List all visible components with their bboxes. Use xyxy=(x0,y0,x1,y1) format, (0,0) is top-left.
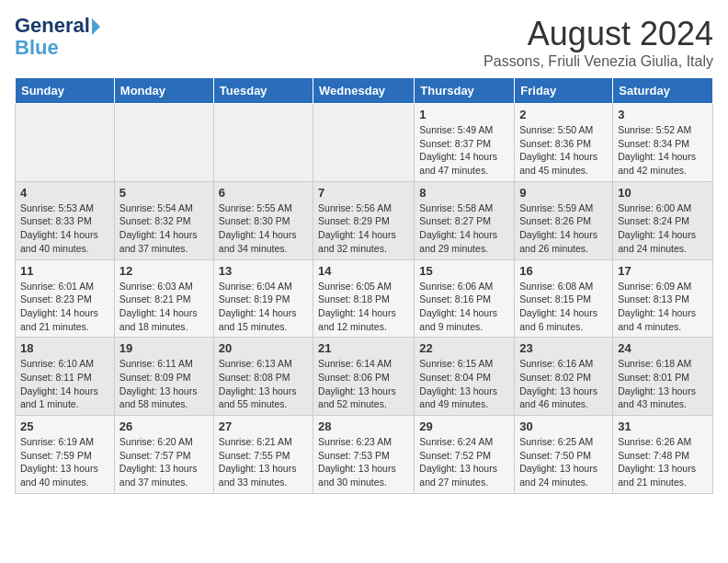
calendar-day-cell: 9Sunrise: 5:59 AM Sunset: 8:26 PM Daylig… xyxy=(515,181,613,259)
page-header: General Blue August 2024 Passons, Friuli… xyxy=(15,15,713,70)
day-number: 26 xyxy=(119,419,209,433)
day-info: Sunrise: 6:13 AM Sunset: 8:08 PM Dayligh… xyxy=(219,357,308,411)
calendar-table: SundayMondayTuesdayWednesdayThursdayFrid… xyxy=(15,77,713,494)
day-info: Sunrise: 5:59 AM Sunset: 8:26 PM Dayligh… xyxy=(519,201,608,256)
day-of-week-header: Friday xyxy=(515,78,613,104)
calendar-day-cell: 25Sunrise: 6:19 AM Sunset: 7:59 PM Dayli… xyxy=(16,416,115,494)
day-info: Sunrise: 6:01 AM Sunset: 8:23 PM Dayligh… xyxy=(20,280,109,334)
day-number: 30 xyxy=(519,419,608,433)
day-number: 13 xyxy=(219,264,308,278)
logo-text: General Blue xyxy=(15,15,100,59)
calendar-day-cell: 10Sunrise: 6:00 AM Sunset: 8:24 PM Dayli… xyxy=(613,181,713,259)
calendar-day-cell: 16Sunrise: 6:08 AM Sunset: 8:15 PM Dayli… xyxy=(515,259,613,338)
calendar-day-cell: 2Sunrise: 5:50 AM Sunset: 8:36 PM Daylig… xyxy=(515,104,613,182)
day-number: 17 xyxy=(618,264,708,278)
day-info: Sunrise: 6:24 AM Sunset: 7:52 PM Dayligh… xyxy=(419,435,509,489)
calendar-day-cell: 14Sunrise: 6:05 AM Sunset: 8:18 PM Dayli… xyxy=(313,259,415,338)
calendar-week-row: 18Sunrise: 6:10 AM Sunset: 8:11 PM Dayli… xyxy=(16,338,713,416)
calendar-body: 1Sunrise: 5:49 AM Sunset: 8:37 PM Daylig… xyxy=(16,104,713,494)
calendar-day-cell: 3Sunrise: 5:52 AM Sunset: 8:34 PM Daylig… xyxy=(613,104,713,182)
day-info: Sunrise: 5:50 AM Sunset: 8:36 PM Dayligh… xyxy=(519,123,608,178)
day-info: Sunrise: 6:19 AM Sunset: 7:59 PM Dayligh… xyxy=(20,435,109,489)
calendar-day-cell: 23Sunrise: 6:16 AM Sunset: 8:02 PM Dayli… xyxy=(515,338,613,416)
day-info: Sunrise: 6:08 AM Sunset: 8:15 PM Dayligh… xyxy=(519,280,608,334)
calendar-day-cell: 22Sunrise: 6:15 AM Sunset: 8:04 PM Dayli… xyxy=(415,338,515,416)
day-of-week-header: Sunday xyxy=(16,78,115,104)
day-number: 5 xyxy=(119,186,209,200)
day-info: Sunrise: 6:23 AM Sunset: 7:53 PM Dayligh… xyxy=(318,435,409,489)
calendar-day-cell: 19Sunrise: 6:11 AM Sunset: 8:09 PM Dayli… xyxy=(114,338,213,416)
day-number: 19 xyxy=(119,341,209,355)
calendar-day-cell: 5Sunrise: 5:54 AM Sunset: 8:32 PM Daylig… xyxy=(114,181,213,259)
day-of-week-header: Thursday xyxy=(415,78,515,104)
month-title: August 2024 xyxy=(483,15,713,53)
day-number: 20 xyxy=(219,341,308,355)
calendar-day-cell: 31Sunrise: 6:26 AM Sunset: 7:48 PM Dayli… xyxy=(613,416,713,494)
day-number: 21 xyxy=(318,341,409,355)
day-info: Sunrise: 5:49 AM Sunset: 8:37 PM Dayligh… xyxy=(419,123,509,178)
calendar-week-row: 4Sunrise: 5:53 AM Sunset: 8:33 PM Daylig… xyxy=(16,181,713,259)
calendar-day-cell xyxy=(313,104,415,182)
day-of-week-header: Wednesday xyxy=(313,78,415,104)
day-info: Sunrise: 6:03 AM Sunset: 8:21 PM Dayligh… xyxy=(119,280,209,334)
calendar-week-row: 25Sunrise: 6:19 AM Sunset: 7:59 PM Dayli… xyxy=(16,416,713,494)
calendar-day-cell: 15Sunrise: 6:06 AM Sunset: 8:16 PM Dayli… xyxy=(415,259,515,338)
calendar-week-row: 1Sunrise: 5:49 AM Sunset: 8:37 PM Daylig… xyxy=(16,104,713,182)
day-info: Sunrise: 5:55 AM Sunset: 8:30 PM Dayligh… xyxy=(219,201,308,256)
calendar-day-cell: 28Sunrise: 6:23 AM Sunset: 7:53 PM Dayli… xyxy=(313,416,415,494)
calendar-day-cell: 26Sunrise: 6:20 AM Sunset: 7:57 PM Dayli… xyxy=(114,416,213,494)
day-number: 16 xyxy=(519,264,608,278)
day-of-week-header: Monday xyxy=(114,78,213,104)
day-info: Sunrise: 6:16 AM Sunset: 8:02 PM Dayligh… xyxy=(519,357,608,411)
calendar-day-cell: 8Sunrise: 5:58 AM Sunset: 8:27 PM Daylig… xyxy=(415,181,515,259)
day-number: 29 xyxy=(419,419,509,433)
day-info: Sunrise: 6:15 AM Sunset: 8:04 PM Dayligh… xyxy=(419,357,509,411)
day-number: 3 xyxy=(618,108,708,121)
day-number: 8 xyxy=(419,186,509,200)
day-number: 27 xyxy=(219,419,308,433)
day-info: Sunrise: 6:09 AM Sunset: 8:13 PM Dayligh… xyxy=(618,280,708,334)
calendar-day-cell: 17Sunrise: 6:09 AM Sunset: 8:13 PM Dayli… xyxy=(613,259,713,338)
day-number: 18 xyxy=(20,341,109,355)
calendar-day-cell: 7Sunrise: 5:56 AM Sunset: 8:29 PM Daylig… xyxy=(313,181,415,259)
day-number: 1 xyxy=(419,108,509,121)
day-number: 9 xyxy=(519,186,608,200)
day-number: 2 xyxy=(519,108,608,121)
day-info: Sunrise: 6:00 AM Sunset: 8:24 PM Dayligh… xyxy=(618,201,708,256)
day-info: Sunrise: 6:05 AM Sunset: 8:18 PM Dayligh… xyxy=(318,280,409,334)
calendar-week-row: 11Sunrise: 6:01 AM Sunset: 8:23 PM Dayli… xyxy=(16,259,713,338)
day-number: 12 xyxy=(119,264,209,278)
title-area: August 2024 Passons, Friuli Venezia Giul… xyxy=(483,15,713,70)
day-number: 11 xyxy=(20,264,109,278)
day-number: 15 xyxy=(419,264,509,278)
day-number: 14 xyxy=(318,264,409,278)
day-info: Sunrise: 6:26 AM Sunset: 7:48 PM Dayligh… xyxy=(618,435,708,489)
day-of-week-header: Saturday xyxy=(613,78,713,104)
day-number: 10 xyxy=(618,186,708,200)
day-info: Sunrise: 6:18 AM Sunset: 8:01 PM Dayligh… xyxy=(618,357,708,411)
calendar-day-cell: 1Sunrise: 5:49 AM Sunset: 8:37 PM Daylig… xyxy=(415,104,515,182)
day-number: 24 xyxy=(618,341,708,355)
day-number: 6 xyxy=(219,186,308,200)
logo: General Blue xyxy=(15,15,100,59)
calendar-day-cell: 29Sunrise: 6:24 AM Sunset: 7:52 PM Dayli… xyxy=(415,416,515,494)
day-info: Sunrise: 5:58 AM Sunset: 8:27 PM Dayligh… xyxy=(419,201,509,256)
location-subtitle: Passons, Friuli Venezia Giulia, Italy xyxy=(483,53,713,70)
calendar-day-cell: 18Sunrise: 6:10 AM Sunset: 8:11 PM Dayli… xyxy=(16,338,115,416)
calendar-day-cell: 12Sunrise: 6:03 AM Sunset: 8:21 PM Dayli… xyxy=(114,259,213,338)
calendar-day-cell: 6Sunrise: 5:55 AM Sunset: 8:30 PM Daylig… xyxy=(213,181,313,259)
day-number: 31 xyxy=(618,419,708,433)
day-info: Sunrise: 5:56 AM Sunset: 8:29 PM Dayligh… xyxy=(318,201,409,256)
day-number: 28 xyxy=(318,419,409,433)
day-of-week-header: Tuesday xyxy=(213,78,313,104)
day-number: 25 xyxy=(20,419,109,433)
calendar-day-cell: 20Sunrise: 6:13 AM Sunset: 8:08 PM Dayli… xyxy=(213,338,313,416)
calendar-day-cell: 13Sunrise: 6:04 AM Sunset: 8:19 PM Dayli… xyxy=(213,259,313,338)
calendar-day-cell xyxy=(213,104,313,182)
calendar-day-cell xyxy=(114,104,213,182)
day-info: Sunrise: 5:53 AM Sunset: 8:33 PM Dayligh… xyxy=(20,201,109,256)
day-number: 23 xyxy=(519,341,608,355)
calendar-day-cell: 24Sunrise: 6:18 AM Sunset: 8:01 PM Dayli… xyxy=(613,338,713,416)
calendar-day-cell: 11Sunrise: 6:01 AM Sunset: 8:23 PM Dayli… xyxy=(16,259,115,338)
day-info: Sunrise: 6:14 AM Sunset: 8:06 PM Dayligh… xyxy=(318,357,409,411)
